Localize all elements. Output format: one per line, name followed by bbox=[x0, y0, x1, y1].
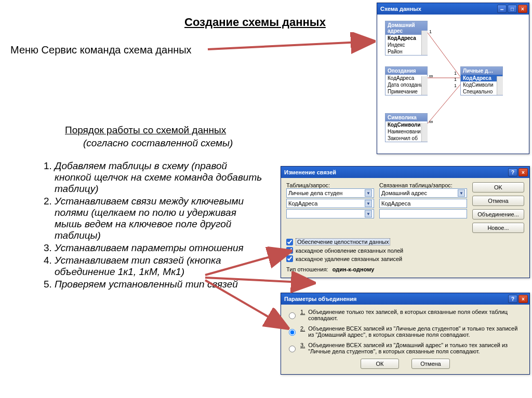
dropdown-icon[interactable]: ▼ bbox=[365, 200, 372, 207]
subtitle: Меню Сервис команда схема данных bbox=[10, 44, 192, 56]
table-header: Символика bbox=[385, 114, 427, 121]
svg-line-4 bbox=[208, 42, 371, 49]
relation-type-value: один-к-одному bbox=[332, 266, 375, 272]
maximize-button[interactable]: □ bbox=[508, 5, 517, 13]
step-3: Устанавливаем параметры отношения bbox=[55, 242, 244, 253]
option-text: Объединение только тех записей, в которы… bbox=[308, 309, 524, 321]
relation-marker-one: 1 bbox=[429, 29, 432, 34]
checkbox-input[interactable] bbox=[286, 255, 293, 262]
section-heading: Порядок работы со схемой данных bbox=[65, 125, 226, 136]
cancel-button[interactable]: Отмена bbox=[411, 359, 450, 369]
combo-value: Личные дела студен bbox=[288, 190, 342, 196]
schema-window: Схема данных ‒ □ × Домашний адрес КодАдр… bbox=[377, 3, 529, 154]
help-button[interactable]: ? bbox=[508, 168, 517, 176]
checkbox-label: каскадное обновление связанных полей bbox=[296, 248, 403, 254]
relation-marker-one: 1 bbox=[454, 71, 457, 76]
option-text: Объединение ВСЕХ записей из "Личные дела… bbox=[308, 325, 524, 338]
step-5: Проверяем установленный тип связей bbox=[55, 279, 238, 290]
edit-relationships-dialog: Изменение связей ? × Таблица/запрос: Лич… bbox=[281, 166, 530, 278]
field[interactable]: Район bbox=[385, 48, 427, 55]
join-option-2[interactable]: 2. Объединение ВСЕХ записей из "Личные д… bbox=[286, 325, 524, 338]
radio-input[interactable] bbox=[289, 327, 296, 338]
radio-input[interactable] bbox=[289, 310, 296, 321]
checkbox-cascade-delete[interactable]: каскадное удаление связанных записей bbox=[286, 255, 524, 262]
schema-titlebar[interactable]: Схема данных ‒ □ × bbox=[377, 3, 529, 15]
table-header: Домашний адрес bbox=[385, 21, 427, 35]
close-button[interactable]: × bbox=[518, 5, 527, 13]
checkbox-label: Обеспечение целостности данных bbox=[296, 238, 390, 245]
field-cell-left[interactable]: КодАдреса ▼ bbox=[286, 199, 374, 208]
table-personal[interactable]: Личные д… КодАдреса КодСимволи Специальн… bbox=[460, 66, 503, 95]
scrollbar[interactable] bbox=[497, 76, 503, 95]
field-cell-right[interactable]: КодАдреса bbox=[379, 199, 467, 208]
dropdown-icon[interactable]: ▼ bbox=[458, 189, 465, 197]
dropdown-icon[interactable]: ▼ bbox=[365, 189, 372, 197]
label-related-table: Связанная таблица/запрос: bbox=[379, 182, 467, 188]
option-number: 2. bbox=[300, 325, 305, 338]
help-button[interactable]: ? bbox=[508, 295, 517, 303]
join-option-1[interactable]: 1. Объединение только тех записей, в кот… bbox=[286, 309, 524, 321]
field[interactable]: Индекс bbox=[385, 42, 427, 48]
field-cell-empty[interactable]: ▼ bbox=[286, 209, 374, 218]
checkbox-integrity[interactable]: Обеспечение целостности данных bbox=[286, 238, 524, 245]
relation-marker-one: 1 bbox=[454, 83, 457, 88]
field[interactable]: КодАдреса bbox=[385, 35, 427, 42]
option-number: 1. bbox=[300, 309, 305, 321]
field-value: КодАдреса bbox=[381, 200, 410, 207]
option-text: Объединение ВСЕХ записей из "Домашний ад… bbox=[308, 342, 524, 354]
checkbox-input[interactable] bbox=[286, 239, 293, 245]
cancel-button[interactable]: Отмена bbox=[472, 196, 524, 206]
ok-button[interactable]: OK bbox=[472, 182, 524, 193]
dialog-title: Изменение связей bbox=[284, 169, 336, 175]
relation-marker-one: 1 bbox=[454, 77, 457, 82]
table-symbols[interactable]: Символика КодСимволи Наименовани Закончи… bbox=[385, 113, 428, 142]
schema-canvas[interactable]: Домашний адрес КодАдреса Индекс Район Оп… bbox=[377, 15, 529, 154]
step-1: Добавляем таблицы в схему (правой кнопко… bbox=[55, 160, 262, 194]
field[interactable]: Специально bbox=[461, 88, 502, 95]
scrollbar[interactable] bbox=[421, 76, 428, 95]
field[interactable]: Наименовани bbox=[385, 128, 427, 135]
ok-button[interactable]: ОК bbox=[361, 359, 399, 369]
scrollbar[interactable] bbox=[421, 31, 428, 55]
checkbox-cascade-update[interactable]: каскадное обновление связанных полей bbox=[286, 247, 524, 254]
dialog-titlebar[interactable]: Параметры объединения ? × bbox=[281, 293, 529, 305]
join-properties-dialog: Параметры объединения ? × 1. Объединение… bbox=[281, 293, 530, 375]
checkbox-input[interactable] bbox=[286, 247, 293, 254]
step-4: Устанавливаем тип связей (кнопка объедин… bbox=[55, 255, 221, 277]
combo-table-left[interactable]: Личные дела студен ▼ bbox=[286, 188, 374, 198]
field[interactable]: КодСимволи bbox=[461, 81, 502, 88]
relation-marker-many: ∞ bbox=[429, 118, 433, 125]
field[interactable]: КодСимволи bbox=[385, 121, 427, 128]
field[interactable]: КодАдреса bbox=[461, 75, 502, 81]
schema-title: Схема данных bbox=[380, 6, 421, 12]
combo-table-right[interactable]: Домашний адрес ▼ bbox=[379, 188, 467, 198]
option-number: 3. bbox=[300, 342, 305, 354]
new-button[interactable]: Новое... bbox=[472, 223, 524, 233]
radio-input[interactable] bbox=[289, 344, 296, 354]
join-button[interactable]: Объединение... bbox=[472, 209, 524, 219]
table-lateness[interactable]: Опоздания КодАдреса Дата опоздания Приме… bbox=[385, 66, 428, 95]
table-header: Опоздания bbox=[385, 67, 427, 75]
relation-marker-many: ∞ bbox=[429, 73, 433, 79]
field[interactable]: КодАдреса bbox=[385, 75, 427, 81]
combo-value: Домашний адрес bbox=[381, 190, 427, 196]
dialog-title: Параметры объединения bbox=[284, 296, 356, 302]
scrollbar[interactable] bbox=[421, 123, 428, 142]
checkbox-label: каскадное удаление связанных записей bbox=[296, 256, 402, 262]
dialog-titlebar[interactable]: Изменение связей ? × bbox=[281, 167, 529, 178]
close-button[interactable]: × bbox=[518, 168, 528, 176]
minimize-button[interactable]: ‒ bbox=[497, 5, 507, 13]
field[interactable]: Дата опоздания bbox=[385, 81, 427, 88]
field-value: КодАдреса bbox=[288, 200, 317, 207]
steps-list: Добавляем таблицы в схему (правой кнопко… bbox=[42, 160, 265, 291]
page-title: Создание схемы данных bbox=[184, 16, 326, 29]
dropdown-icon[interactable]: ▼ bbox=[365, 210, 372, 217]
field[interactable]: Примечание bbox=[385, 88, 427, 95]
label-table: Таблица/запрос: bbox=[286, 182, 374, 188]
table-home-address[interactable]: Домашний адрес КодАдреса Индекс Район bbox=[385, 21, 428, 56]
join-option-3[interactable]: 3. Объединение ВСЕХ записей из "Домашний… bbox=[286, 342, 524, 354]
step-2: Устанавливаем связи между ключевыми поля… bbox=[55, 196, 244, 241]
close-button[interactable]: × bbox=[518, 295, 528, 303]
field-cell-empty[interactable] bbox=[379, 209, 467, 218]
field[interactable]: Закончил об bbox=[385, 135, 427, 142]
